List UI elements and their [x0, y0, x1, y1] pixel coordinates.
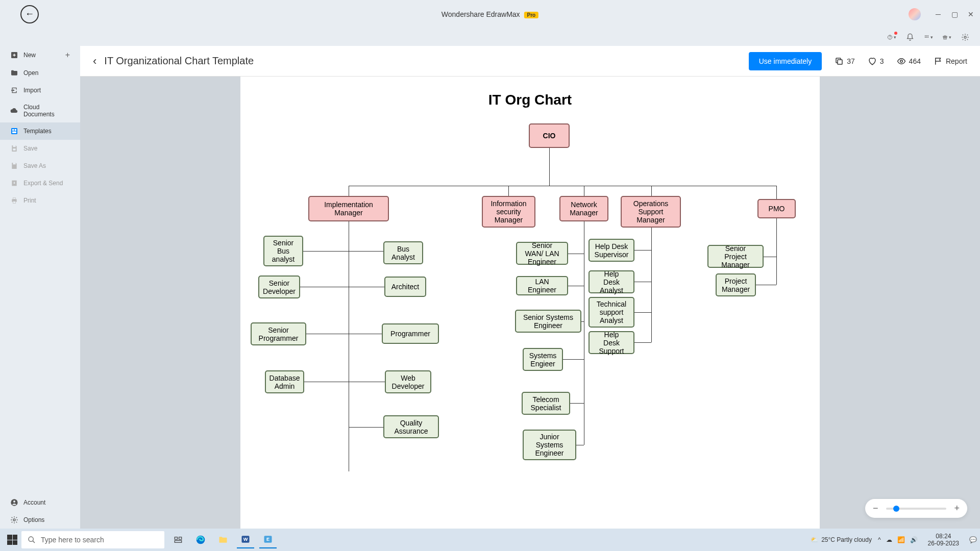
node-helpdesk-supervisor[interactable]: Help Desk Supervisor: [589, 239, 634, 262]
node-helpdesk-support[interactable]: Help Desk Support: [589, 331, 634, 354]
svg-rect-29: [179, 537, 182, 540]
node-senior-project-manager[interactable]: Senior Project Manager: [707, 245, 764, 268]
node-senior-systems-eng[interactable]: Senior Systems Engineer: [515, 310, 581, 333]
taskbar-clock[interactable]: 08:24 26-09-2023: [928, 533, 959, 547]
wifi-icon[interactable]: 📶: [897, 536, 905, 543]
main-area: New + Open Import Cloud Documents: [0, 46, 980, 529]
node-senior-programmer[interactable]: Senior Programmer: [251, 322, 306, 345]
node-quality-assurance[interactable]: Quality Assurance: [383, 415, 439, 438]
sidebar-item-saveas[interactable]: Save As: [0, 157, 80, 174]
sidebar-item-save[interactable]: Save: [0, 140, 80, 157]
org-chart: CIO Implementation Manager Information s…: [251, 123, 810, 521]
sidebar-item-options[interactable]: Options: [0, 511, 80, 529]
node-pmo[interactable]: PMO: [757, 199, 796, 218]
node-bus-analyst[interactable]: Bus Analyst: [383, 241, 423, 264]
taskbar-search[interactable]: Type here to search: [21, 531, 164, 548]
node-database-admin[interactable]: Database Admin: [265, 370, 304, 393]
zoom-in-button[interactable]: +: [954, 503, 960, 514]
node-senior-wan-lan[interactable]: Senior WAN/ LAN Engineer: [516, 242, 568, 265]
node-junior-systems-eng[interactable]: Junior Systems Engineer: [523, 430, 576, 460]
report-button[interactable]: Report: [934, 57, 967, 66]
gift-icon[interactable]: ▾: [942, 33, 951, 42]
minimize-button[interactable]: ─: [934, 10, 942, 18]
back-button[interactable]: ←: [20, 5, 39, 23]
node-network-manager[interactable]: Network Manager: [559, 196, 608, 221]
sidebar-item-new[interactable]: New +: [0, 46, 80, 64]
sidebar-item-print[interactable]: Print: [0, 192, 80, 209]
task-view-icon[interactable]: [169, 531, 187, 548]
svg-text:E: E: [266, 537, 270, 542]
windows-taskbar: Type here to search W E ⛅ 25°C Partly cl…: [0, 529, 980, 551]
node-helpdesk-analyst[interactable]: Help Desk Analyst: [589, 270, 634, 293]
gear-icon[interactable]: [961, 33, 970, 42]
maximize-button[interactable]: ▢: [950, 10, 959, 18]
edraw-icon[interactable]: E: [259, 531, 277, 548]
sidebar-label: Cloud Documents: [23, 104, 70, 118]
node-cio[interactable]: CIO: [529, 123, 570, 148]
sidebar-item-account[interactable]: Account: [0, 494, 80, 511]
sidebar-item-cloud[interactable]: Cloud Documents: [0, 99, 80, 122]
sidebar-item-export[interactable]: Export & Send: [0, 174, 80, 192]
node-senior-bus-analyst[interactable]: Senior Bus analyst: [263, 236, 303, 266]
canvas[interactable]: IT Org Chart CIO Implementation Manager …: [240, 77, 820, 529]
back-chevron-icon[interactable]: ‹: [93, 55, 96, 68]
node-infosec-manager[interactable]: Information security Manager: [482, 196, 535, 228]
node-web-developer[interactable]: Web Developer: [385, 370, 431, 393]
start-button[interactable]: [7, 535, 17, 545]
notifications-icon[interactable]: 💬: [969, 536, 977, 543]
svg-rect-13: [12, 129, 14, 131]
node-project-manager[interactable]: Project Manager: [716, 273, 756, 296]
onedrive-icon[interactable]: ☁: [886, 536, 892, 543]
svg-point-26: [900, 60, 902, 62]
apps-icon[interactable]: ▾: [924, 33, 933, 42]
close-button[interactable]: ✕: [967, 10, 975, 18]
volume-icon[interactable]: 🔊: [910, 536, 918, 543]
node-architect[interactable]: Architect: [384, 277, 426, 297]
explorer-icon[interactable]: [214, 531, 232, 548]
taskbar-apps: W E: [169, 531, 277, 548]
svg-rect-15: [12, 132, 16, 133]
svg-rect-18: [13, 163, 15, 164]
node-lan-engineer[interactable]: LAN Engineer: [516, 276, 568, 295]
top-toolbar: ▾ ▾ ▾: [0, 28, 980, 46]
node-ops-manager[interactable]: Operations Support Manager: [621, 196, 681, 228]
help-icon[interactable]: ▾: [887, 33, 896, 42]
word-icon[interactable]: W: [237, 531, 254, 548]
zoom-out-button[interactable]: −: [873, 503, 878, 514]
svg-rect-20: [13, 198, 15, 199]
edge-icon[interactable]: [192, 531, 209, 548]
tray-chevron-icon[interactable]: ^: [878, 536, 881, 543]
sidebar-item-open[interactable]: Open: [0, 64, 80, 82]
node-impl-manager[interactable]: Implementation Manager: [308, 196, 389, 221]
views-stat[interactable]: 464: [897, 57, 921, 66]
views-count: 464: [909, 57, 921, 65]
node-systems-engineer[interactable]: Systems Engieer: [523, 348, 563, 371]
bell-icon[interactable]: [905, 33, 915, 42]
svg-point-7: [927, 37, 928, 38]
use-immediately-button[interactable]: Use immediately: [749, 52, 822, 70]
print-icon: [10, 196, 18, 205]
system-tray: ^ ☁ 📶 🔊: [878, 536, 918, 543]
window-controls: ─ ▢ ✕: [909, 8, 975, 20]
eye-icon: [897, 57, 906, 66]
zoom-thumb[interactable]: [893, 506, 899, 512]
copies-stat[interactable]: 37: [835, 57, 855, 66]
user-avatar[interactable]: [909, 8, 921, 20]
sidebar-item-templates[interactable]: Templates: [0, 122, 80, 140]
sidebar-label: Options: [23, 516, 44, 523]
svg-point-2: [925, 35, 926, 36]
likes-stat[interactable]: 3: [868, 57, 884, 66]
node-senior-developer[interactable]: Senior Developer: [258, 276, 300, 298]
sidebar-item-import[interactable]: Import: [0, 82, 80, 99]
zoom-slider[interactable]: [886, 508, 947, 510]
svg-point-23: [13, 500, 15, 503]
sidebar-label: New: [23, 52, 36, 59]
node-programmer[interactable]: Programmer: [382, 323, 439, 344]
weather-widget[interactable]: ⛅ 25°C Partly cloudy: [811, 536, 872, 543]
svg-rect-30: [175, 541, 182, 543]
node-tech-support-analyst[interactable]: Technical support Analyst: [589, 297, 634, 328]
plus-icon[interactable]: +: [65, 51, 70, 60]
svg-point-4: [927, 35, 928, 36]
node-telecom-specialist[interactable]: Telecom Specialist: [522, 392, 570, 415]
zoom-control: − +: [865, 499, 967, 518]
